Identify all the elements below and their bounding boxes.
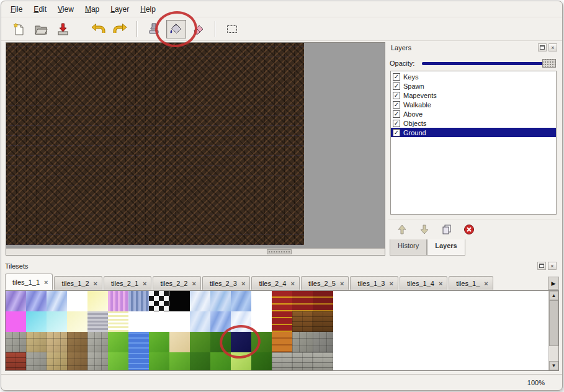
scrollbar-thumb[interactable] xyxy=(549,300,558,346)
opacity-slider[interactable] xyxy=(422,62,555,65)
tile-swatch[interactable] xyxy=(87,311,108,332)
tileset-vertical-scrollbar[interactable]: ▲ ▼ xyxy=(548,291,558,370)
layer-visibility-checkbox[interactable]: ✓ xyxy=(393,92,400,99)
select-tool-button[interactable] xyxy=(222,20,242,38)
tab-close-icon[interactable]: × xyxy=(192,280,196,287)
tile-swatch[interactable] xyxy=(251,332,272,352)
tile-swatch[interactable] xyxy=(128,311,149,332)
tab-history[interactable]: History xyxy=(390,239,427,256)
tile-swatch[interactable] xyxy=(251,311,272,332)
scrollbar-thumb[interactable] xyxy=(267,249,292,254)
tile-swatch[interactable] xyxy=(210,332,231,352)
tile-swatch[interactable] xyxy=(210,352,231,371)
tile-swatch[interactable] xyxy=(272,332,292,352)
menu-item-layer[interactable]: Layer xyxy=(105,2,135,16)
tile-swatch[interactable] xyxy=(87,332,108,352)
layer-row-above[interactable]: ✓Above xyxy=(391,109,556,118)
tile-swatch[interactable] xyxy=(26,291,47,311)
tile-swatch[interactable] xyxy=(108,311,128,332)
tile-swatch[interactable] xyxy=(190,352,210,371)
map-canvas[interactable] xyxy=(6,43,304,245)
tile-swatch[interactable] xyxy=(210,311,231,332)
tile-swatch[interactable] xyxy=(169,291,190,311)
tile-swatch[interactable] xyxy=(292,291,313,311)
tileset-tab-tiles_2_1[interactable]: tiles_2_1× xyxy=(104,276,151,290)
tileset-tab-tiles_2_4[interactable]: tiles_2_4× xyxy=(251,276,299,290)
tile-swatch[interactable] xyxy=(190,332,210,352)
menu-item-file[interactable]: File xyxy=(5,2,28,16)
tab-scroll-right-button[interactable]: ▶ xyxy=(548,277,559,290)
tab-close-icon[interactable]: × xyxy=(439,280,442,287)
layer-row-keys[interactable]: ✓Keys xyxy=(391,72,556,81)
tile-swatch[interactable] xyxy=(292,352,313,371)
tile-swatch[interactable] xyxy=(251,352,272,371)
new-file-button[interactable] xyxy=(9,20,29,38)
tile-swatch[interactable] xyxy=(292,332,313,352)
tile-swatch[interactable] xyxy=(6,291,26,311)
tile-swatch[interactable] xyxy=(149,291,169,311)
opacity-slider-handle[interactable] xyxy=(542,59,556,68)
tile-swatch[interactable] xyxy=(26,352,47,371)
tile-swatch[interactable] xyxy=(210,291,231,311)
layer-row-ground[interactable]: ✓Ground xyxy=(391,128,556,137)
tile-swatch[interactable] xyxy=(108,352,128,371)
duplicate-layer-button[interactable] xyxy=(439,223,454,236)
tab-close-icon[interactable]: × xyxy=(143,280,146,287)
map-viewport[interactable] xyxy=(6,42,385,256)
tile-swatch[interactable] xyxy=(231,352,251,371)
tile-swatch[interactable] xyxy=(190,311,210,332)
tab-close-icon[interactable]: × xyxy=(389,280,393,287)
layer-row-walkable[interactable]: ✓Walkable xyxy=(391,100,556,109)
tile-swatch[interactable] xyxy=(272,311,292,332)
layer-row-mapevents[interactable]: ✓Mapevents xyxy=(391,91,556,100)
tile-swatch[interactable] xyxy=(190,291,210,311)
menu-item-map[interactable]: Map xyxy=(79,2,105,16)
tile-swatch[interactable] xyxy=(313,332,333,352)
tile-swatch[interactable] xyxy=(231,311,251,332)
layer-row-spawn[interactable]: ✓Spawn xyxy=(391,81,556,91)
tileset-tab-tiles_1_4[interactable]: tiles_1_4× xyxy=(400,276,447,290)
fill-tool-button[interactable] xyxy=(166,20,186,38)
tile-swatch[interactable] xyxy=(6,352,26,371)
tab-layers[interactable]: Layers xyxy=(427,239,465,256)
tileset-tab-tiles_1_1[interactable]: tiles_1_1× xyxy=(5,274,53,290)
map-horizontal-scrollbar[interactable] xyxy=(6,248,385,255)
save-button[interactable] xyxy=(53,20,73,38)
menu-item-help[interactable]: Help xyxy=(135,2,161,16)
layer-visibility-checkbox[interactable]: ✓ xyxy=(393,110,400,118)
tile-swatch[interactable] xyxy=(47,311,67,332)
detach-panel-icon[interactable] xyxy=(538,43,547,51)
tile-swatch[interactable] xyxy=(26,311,47,332)
tile-swatch[interactable] xyxy=(313,352,333,371)
redo-button[interactable] xyxy=(110,20,130,38)
undo-button[interactable] xyxy=(88,20,108,38)
tile-swatch[interactable] xyxy=(272,291,292,311)
layer-visibility-checkbox[interactable]: ✓ xyxy=(393,101,400,109)
close-panel-icon[interactable]: × xyxy=(548,43,557,51)
tab-close-icon[interactable]: × xyxy=(290,280,294,287)
tile-swatch[interactable] xyxy=(6,311,26,332)
tile-swatch[interactable] xyxy=(6,332,26,352)
tile-swatch[interactable] xyxy=(47,352,67,371)
scroll-down-button[interactable]: ▼ xyxy=(549,361,558,370)
tile-swatch[interactable] xyxy=(313,291,333,311)
tab-close-icon[interactable]: × xyxy=(241,280,245,287)
tile-swatch[interactable] xyxy=(67,291,87,311)
eraser-tool-button[interactable] xyxy=(189,20,208,38)
stamp-tool-button[interactable] xyxy=(144,20,164,38)
tile-swatch[interactable] xyxy=(292,311,313,332)
tab-close-icon[interactable]: × xyxy=(484,280,488,287)
tile-swatch[interactable] xyxy=(67,332,87,352)
layer-row-objects[interactable]: ✓Objects xyxy=(391,118,556,128)
tile-swatch[interactable] xyxy=(26,332,47,352)
tile-swatch[interactable] xyxy=(149,352,169,371)
tile-swatch[interactable] xyxy=(108,291,128,311)
tile-swatch[interactable] xyxy=(108,332,128,352)
tileset-tab-tiles_2_2[interactable]: tiles_2_2× xyxy=(153,276,200,290)
tile-swatch[interactable] xyxy=(67,311,87,332)
tileset-tab-tiles_2_3[interactable]: tiles_2_3× xyxy=(202,276,250,290)
scroll-up-button[interactable]: ▲ xyxy=(549,291,558,300)
tile-swatch[interactable] xyxy=(87,291,108,311)
tile-swatch[interactable] xyxy=(128,352,149,371)
tile-swatch-selected[interactable] xyxy=(231,332,251,352)
